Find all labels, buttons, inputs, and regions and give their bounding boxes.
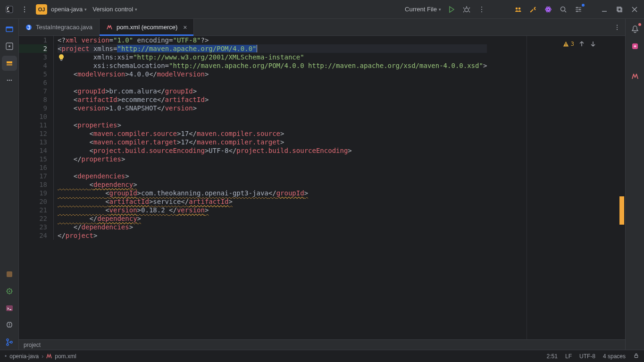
prev-highlight-button[interactable]: [578, 40, 585, 48]
caret-position[interactable]: 2:51: [547, 353, 558, 360]
main-menu-button[interactable]: [18, 3, 31, 16]
right-toolbar: [625, 19, 644, 350]
java-file-icon: [25, 24, 32, 31]
bookmarks-tool-button[interactable]: [2, 56, 17, 71]
svg-rect-0: [6, 6, 13, 13]
git-tool-button[interactable]: [2, 335, 17, 350]
svg-rect-2: [7, 11, 9, 12]
crumb-project: openia-java: [9, 353, 39, 360]
search-button[interactable]: [556, 3, 570, 16]
status-bar: • openia-java › pom.xml 2:51 LF UTF-8 4 …: [0, 350, 644, 362]
tab-testaintegracao[interactable]: TestaIntegracao.java: [19, 19, 100, 35]
app-logo-button[interactable]: [3, 3, 16, 16]
svg-rect-32: [7, 271, 12, 277]
code-content[interactable]: <?xml version="1.0" encoding="UTF-8"?><p…: [54, 36, 487, 240]
svg-rect-27: [7, 61, 12, 63]
svg-rect-24: [6, 27, 13, 28]
vcs-menu-label: Version control: [92, 6, 133, 13]
warning-marker[interactable]: [619, 196, 624, 225]
project-tool-footer[interactable]: project: [19, 339, 625, 350]
svg-point-8: [481, 8, 482, 9]
svg-point-11: [519, 7, 521, 9]
minimize-window-button[interactable]: [598, 3, 611, 16]
chevron-down-icon: ▾: [135, 7, 137, 12]
svg-point-39: [7, 344, 8, 345]
problems-tool-button[interactable]: [2, 318, 17, 333]
intention-bulb-icon[interactable]: [58, 54, 65, 61]
svg-point-4: [24, 8, 25, 9]
svg-rect-28: [7, 64, 12, 66]
code-with-me-button[interactable]: [511, 3, 525, 16]
vcs-menu[interactable]: Version control ▾: [91, 6, 139, 13]
svg-point-43: [617, 26, 618, 27]
svg-point-44: [617, 29, 618, 30]
run-more-button[interactable]: [475, 3, 488, 16]
svg-point-40: [10, 341, 12, 343]
project-tool-label: project: [24, 342, 41, 348]
svg-point-42: [617, 25, 618, 25]
svg-point-34: [8, 291, 10, 292]
chevron-down-icon: ▾: [84, 7, 87, 12]
svg-point-7: [481, 6, 482, 7]
line-number-gutter[interactable]: 123456789101112131415161718192021222324: [19, 36, 54, 240]
svg-rect-36: [9, 323, 9, 325]
maven-tool-button[interactable]: [627, 69, 643, 84]
project-badge: OJ: [36, 4, 47, 15]
tab-label: pom.xml (ecommerce): [117, 24, 177, 31]
run-config-menu[interactable]: Current File ▾: [403, 6, 443, 13]
svg-rect-37: [9, 326, 9, 326]
tab-pom[interactable]: pom.xml (ecommerce) ×: [100, 19, 194, 35]
maven-file-icon: [106, 24, 113, 31]
svg-rect-21: [617, 7, 621, 11]
breadcrumb[interactable]: • openia-java › pom.xml: [5, 353, 76, 360]
svg-point-26: [8, 45, 10, 47]
more-tools-button[interactable]: [2, 73, 17, 88]
svg-rect-47: [566, 45, 566, 45]
tabs-options-button[interactable]: [609, 19, 625, 35]
project-menu[interactable]: openia-java ▾: [49, 6, 89, 13]
tab-label: TestaIntegracao.java: [36, 24, 92, 31]
chevron-down-icon: ▾: [439, 7, 441, 12]
code-editor[interactable]: 123456789101112131415161718192021222324 …: [19, 36, 619, 339]
next-highlight-button[interactable]: [589, 40, 597, 48]
services-tool-button[interactable]: [2, 284, 17, 299]
svg-rect-22: [618, 8, 622, 12]
ai-side-button[interactable]: [627, 39, 643, 54]
debug-button[interactable]: [460, 3, 473, 16]
warning-icon: [563, 41, 569, 47]
run-config-label: Current File: [405, 6, 437, 13]
database-tool-button[interactable]: [2, 267, 17, 282]
run-button[interactable]: [445, 3, 458, 16]
close-tab-button[interactable]: ×: [183, 24, 187, 31]
close-window-button[interactable]: [628, 3, 641, 16]
left-toolbar: [0, 19, 19, 350]
svg-point-17: [561, 7, 565, 11]
file-encoding[interactable]: UTF-8: [579, 353, 595, 360]
maven-file-icon: [46, 354, 52, 359]
notifications-button[interactable]: [627, 22, 643, 37]
project-name-label: openia-java: [51, 6, 83, 13]
right-margin-guide: [527, 36, 527, 339]
svg-point-38: [7, 339, 8, 341]
inspection-widget[interactable]: 3: [563, 40, 597, 48]
error-stripe[interactable]: [619, 36, 625, 339]
warnings-count: 3: [571, 40, 574, 48]
line-ending[interactable]: LF: [565, 353, 572, 360]
ide-tools-button[interactable]: [526, 3, 540, 16]
svg-point-29: [7, 80, 8, 81]
indent-setting[interactable]: 4 spaces: [603, 353, 626, 360]
editor-tabs: TestaIntegracao.java pom.xml (ecommerce)…: [19, 19, 625, 36]
readonly-lock-icon[interactable]: [633, 353, 639, 360]
svg-point-6: [465, 8, 468, 12]
svg-point-9: [481, 11, 482, 12]
structure-tool-button[interactable]: [2, 39, 17, 54]
terminal-tool-button[interactable]: [2, 301, 17, 316]
crumb-file: pom.xml: [55, 353, 76, 360]
ai-assist-button[interactable]: [541, 3, 555, 16]
svg-rect-45: [60, 60, 62, 61]
svg-rect-49: [635, 355, 638, 357]
maximize-window-button[interactable]: [613, 3, 626, 16]
settings-button[interactable]: [571, 3, 585, 16]
project-tool-button[interactable]: [2, 22, 17, 37]
svg-point-12: [530, 11, 531, 12]
